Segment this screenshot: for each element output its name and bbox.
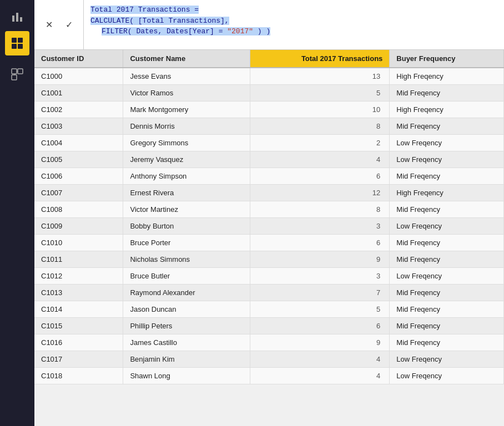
header-customer-id: Customer ID xyxy=(34,50,123,68)
cell-customer-id: C1016 xyxy=(34,334,123,351)
table-row[interactable]: C1014Jason Duncan5Mid Freqency xyxy=(34,301,504,318)
table-row[interactable]: C1004Gregory Simmons2Low Freqency xyxy=(34,135,504,151)
cell-total-transactions: 10 xyxy=(250,102,389,118)
cell-customer-name: Jason Duncan xyxy=(123,301,250,318)
cell-buyer-frequency: Low Freqency xyxy=(390,368,504,384)
cell-buyer-frequency: Mid Freqency xyxy=(390,285,504,301)
table-row[interactable]: C1012Bruce Butler3Low Freqency xyxy=(34,268,504,285)
table-container: Customer ID Customer Name Total 2017 Tra… xyxy=(34,50,504,426)
table-row[interactable]: C1003Dennis Morris8Mid Freqency xyxy=(34,118,504,135)
cell-customer-id: C1003 xyxy=(34,118,123,135)
cell-customer-id: C1011 xyxy=(34,251,123,268)
cell-total-transactions: 9 xyxy=(250,334,389,351)
formula-line3-part2: ) ) xyxy=(253,27,270,36)
cell-buyer-frequency: Mid Freqency xyxy=(390,201,504,218)
cell-total-transactions: 12 xyxy=(250,185,389,201)
table-row[interactable]: C1016James Castillo9Mid Freqency xyxy=(34,334,504,351)
cell-total-transactions: 9 xyxy=(250,251,389,268)
bar-chart-icon[interactable] xyxy=(5,4,29,29)
cell-buyer-frequency: Mid Freqency xyxy=(390,118,504,135)
cell-customer-id: C1007 xyxy=(34,185,123,201)
cell-customer-name: Gregory Simmons xyxy=(123,135,250,151)
cell-customer-id: C1000 xyxy=(34,68,123,85)
header-total-transactions: Total 2017 Transactions xyxy=(250,50,389,68)
cell-total-transactions: 8 xyxy=(250,201,389,218)
cell-buyer-frequency: High Freqency xyxy=(390,68,504,85)
table-row[interactable]: C1013Raymond Alexander7Mid Freqency xyxy=(34,285,504,301)
cell-customer-name: Phillip Peters xyxy=(123,318,250,334)
cell-buyer-frequency: Mid Freqency xyxy=(390,85,504,102)
formula-line1: Total 2017 Transactions = xyxy=(90,6,199,14)
svg-rect-1 xyxy=(16,13,18,22)
table-row[interactable]: C1000Jesse Evans13High Freqency xyxy=(34,68,504,85)
svg-rect-6 xyxy=(18,44,23,49)
cell-customer-id: C1013 xyxy=(34,285,123,301)
cell-customer-id: C1008 xyxy=(34,201,123,218)
table-row[interactable]: C1002Mark Montgomery10High Freqency xyxy=(34,102,504,118)
formula-line2: CALCULATE( [Total Transactions], xyxy=(90,17,229,25)
cell-customer-name: Benjamin Kim xyxy=(123,351,250,368)
cell-total-transactions: 6 xyxy=(250,168,389,185)
cell-total-transactions: 8 xyxy=(250,118,389,135)
cell-buyer-frequency: Mid Freqency xyxy=(390,251,504,268)
cell-customer-name: James Castillo xyxy=(123,334,250,351)
cell-customer-id: C1004 xyxy=(34,135,123,151)
header-buyer-frequency: Buyer Frequency xyxy=(390,50,504,68)
cell-buyer-frequency: Low Freqency xyxy=(390,151,504,168)
svg-rect-4 xyxy=(18,38,23,43)
table-row[interactable]: C1005Jeremy Vasquez4Low Freqency xyxy=(34,151,504,168)
table-row[interactable]: C1001Victor Ramos5Mid Freqency xyxy=(34,85,504,102)
cell-customer-id: C1005 xyxy=(34,151,123,168)
cell-customer-name: Jeremy Vasquez xyxy=(123,151,250,168)
cell-total-transactions: 4 xyxy=(250,351,389,368)
cell-buyer-frequency: Low Freqency xyxy=(390,351,504,368)
cell-customer-name: Nicholas Simmons xyxy=(123,251,250,268)
cancel-button[interactable]: ✕ xyxy=(41,17,57,33)
cell-buyer-frequency: Mid Freqency xyxy=(390,318,504,334)
svg-rect-0 xyxy=(12,16,14,22)
cell-total-transactions: 7 xyxy=(250,285,389,301)
formula-text-area[interactable]: Total 2017 Transactions = CALCULATE( [To… xyxy=(84,0,504,49)
table-row[interactable]: C1006Anthony Simpson6Mid Freqency xyxy=(34,168,504,185)
cell-total-transactions: 3 xyxy=(250,268,389,285)
cell-customer-name: Ernest Rivera xyxy=(123,185,250,201)
table-row[interactable]: C1011Nicholas Simmons9Mid Freqency xyxy=(34,251,504,268)
table-row[interactable]: C1007Ernest Rivera12High Freqency xyxy=(34,185,504,201)
table-row[interactable]: C1017Benjamin Kim4Low Freqency xyxy=(34,351,504,368)
cell-total-transactions: 2 xyxy=(250,135,389,151)
header-customer-name: Customer Name xyxy=(123,50,250,68)
formula-button-group: ✕ ✓ xyxy=(34,0,84,49)
formula-line3-part1: FILTER( Dates, Dates[Year] = xyxy=(102,27,227,36)
cell-customer-id: C1006 xyxy=(34,168,123,185)
table-row[interactable]: C1009Bobby Burton3Low Freqency xyxy=(34,218,504,235)
cell-customer-id: C1017 xyxy=(34,351,123,368)
cell-buyer-frequency: Low Freqency xyxy=(390,135,504,151)
cell-total-transactions: 4 xyxy=(250,368,389,384)
table-row[interactable]: C1010Bruce Porter6Mid Freqency xyxy=(34,235,504,251)
confirm-button[interactable]: ✓ xyxy=(61,17,77,33)
cell-customer-id: C1014 xyxy=(34,301,123,318)
cell-customer-name: Victor Ramos xyxy=(123,85,250,102)
sidebar xyxy=(0,0,34,426)
svg-rect-7 xyxy=(12,69,17,74)
svg-rect-3 xyxy=(12,38,17,43)
cell-customer-name: Bobby Burton xyxy=(123,218,250,235)
table-row[interactable]: C1018Shawn Long4Low Freqency xyxy=(34,368,504,384)
table-row[interactable]: C1015Phillip Peters6Mid Freqency xyxy=(34,318,504,334)
data-table: Customer ID Customer Name Total 2017 Tra… xyxy=(34,50,504,384)
cell-customer-id: C1012 xyxy=(34,268,123,285)
table-row[interactable]: C1008Victor Martinez8Mid Freqency xyxy=(34,201,504,218)
cell-buyer-frequency: High Freqency xyxy=(390,185,504,201)
cell-customer-id: C1001 xyxy=(34,85,123,102)
cell-total-transactions: 5 xyxy=(250,85,389,102)
table-icon[interactable] xyxy=(5,31,29,55)
table-header-row: Customer ID Customer Name Total 2017 Tra… xyxy=(34,50,504,68)
cell-customer-name: Bruce Butler xyxy=(123,268,250,285)
cell-buyer-frequency: Mid Freqency xyxy=(390,301,504,318)
main-content: ✕ ✓ Total 2017 Transactions = CALCULATE(… xyxy=(34,0,504,426)
cell-customer-name: Mark Montgomery xyxy=(123,102,250,118)
model-icon[interactable] xyxy=(5,62,29,87)
cell-total-transactions: 6 xyxy=(250,235,389,251)
cell-customer-name: Dennis Morris xyxy=(123,118,250,135)
cell-customer-name: Jesse Evans xyxy=(123,68,250,85)
